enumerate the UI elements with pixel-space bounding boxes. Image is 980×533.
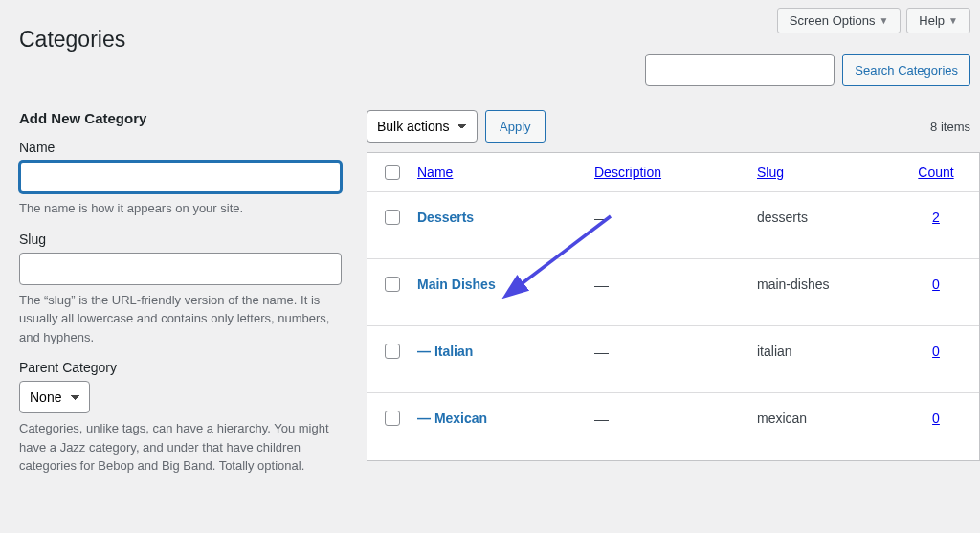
select-all-checkbox[interactable] bbox=[385, 165, 400, 180]
table-row: Desserts — desserts 2 bbox=[368, 192, 979, 259]
chevron-down-icon: ▼ bbox=[879, 15, 888, 26]
slug-description: The “slug” is the URL-friendly version o… bbox=[19, 291, 342, 347]
category-count-link[interactable]: 0 bbox=[932, 411, 940, 426]
row-checkbox[interactable] bbox=[385, 210, 400, 225]
category-slug: main-dishes bbox=[749, 277, 902, 292]
items-count: 8 items bbox=[930, 120, 970, 134]
search-input[interactable] bbox=[645, 54, 835, 86]
category-name-link[interactable]: — Mexican bbox=[417, 411, 487, 426]
add-category-form: Add New Category Name The name is how it… bbox=[0, 110, 361, 489]
parent-category-description: Categories, unlike tags, can have a hier… bbox=[19, 419, 342, 476]
category-count-link[interactable]: 2 bbox=[932, 210, 940, 225]
category-description: — bbox=[587, 344, 749, 360]
row-checkbox[interactable] bbox=[385, 411, 400, 426]
chevron-down-icon: ▼ bbox=[948, 15, 958, 26]
form-heading: Add New Category bbox=[19, 110, 342, 126]
header-count[interactable]: Count bbox=[918, 165, 953, 180]
slug-label: Slug bbox=[19, 232, 342, 247]
parent-category-label: Parent Category bbox=[19, 360, 342, 375]
parent-category-select[interactable]: None bbox=[19, 381, 90, 413]
table-row: — Mexican — mexican 0 bbox=[368, 393, 979, 460]
top-actions: Screen Options ▼ Help ▼ bbox=[777, 8, 970, 33]
name-description: The name is how it appears on your site. bbox=[19, 199, 342, 218]
category-description: — bbox=[587, 210, 749, 226]
search-row: Search Categories bbox=[645, 54, 970, 86]
row-checkbox[interactable] bbox=[385, 277, 400, 292]
name-input[interactable] bbox=[19, 161, 342, 193]
table-body: Desserts — desserts 2 Main Dishes — main… bbox=[368, 192, 979, 460]
row-checkbox[interactable] bbox=[385, 344, 400, 359]
table-row: Main Dishes — main-dishes 0 bbox=[368, 259, 979, 326]
bulk-actions-select[interactable]: Bulk actions bbox=[367, 110, 478, 143]
apply-button[interactable]: Apply bbox=[485, 110, 546, 143]
table-header: Name Description Slug Count bbox=[368, 153, 979, 192]
help-button[interactable]: Help ▼ bbox=[906, 8, 970, 33]
search-categories-button[interactable]: Search Categories bbox=[842, 54, 970, 86]
category-description: — bbox=[587, 277, 749, 293]
table-row: — Italian — italian 0 bbox=[368, 326, 979, 393]
category-description: — bbox=[587, 411, 749, 427]
category-slug: italian bbox=[749, 344, 902, 359]
help-label: Help bbox=[919, 13, 945, 28]
category-slug: mexican bbox=[749, 411, 902, 426]
categories-table: Name Description Slug Count Desserts — d… bbox=[367, 152, 980, 461]
category-count-link[interactable]: 0 bbox=[932, 277, 940, 292]
category-name-link[interactable]: — Italian bbox=[417, 344, 473, 359]
slug-input[interactable] bbox=[19, 253, 342, 285]
category-name-link[interactable]: Desserts bbox=[417, 210, 474, 225]
header-slug[interactable]: Slug bbox=[757, 165, 784, 180]
categories-list-area: Bulk actions Apply 8 items Name Descript… bbox=[361, 110, 980, 489]
header-description[interactable]: Description bbox=[594, 165, 661, 180]
screen-options-label: Screen Options bbox=[790, 13, 876, 28]
category-count-link[interactable]: 0 bbox=[932, 344, 940, 359]
category-slug: desserts bbox=[749, 210, 902, 225]
category-name-link[interactable]: Main Dishes bbox=[417, 277, 496, 292]
name-label: Name bbox=[19, 140, 342, 155]
header-name[interactable]: Name bbox=[417, 165, 453, 180]
screen-options-button[interactable]: Screen Options ▼ bbox=[777, 8, 902, 33]
